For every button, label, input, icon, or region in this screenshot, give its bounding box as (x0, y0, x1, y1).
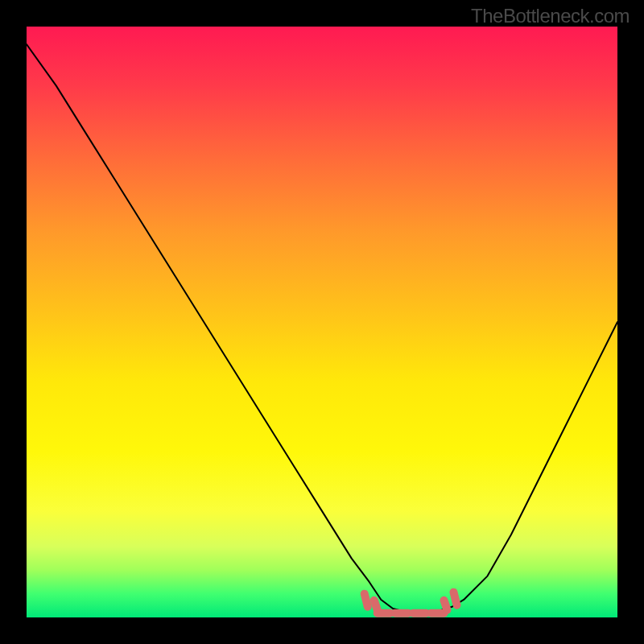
bottleneck-curve-canvas (27, 27, 617, 617)
watermark: TheBottleneck.com (471, 5, 630, 27)
